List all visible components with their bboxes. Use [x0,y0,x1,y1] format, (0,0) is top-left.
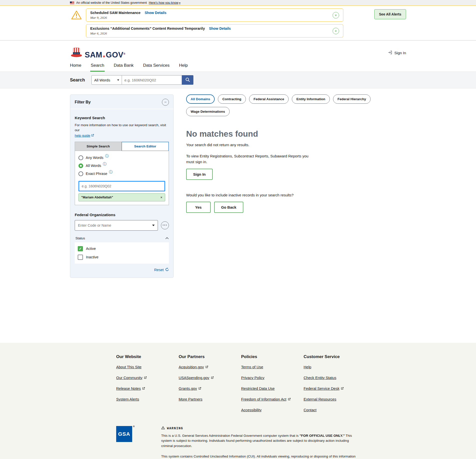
gsa-logo-text: GSA [118,431,130,437]
footer-link-contact[interactable]: Contact [304,408,317,412]
see-all-alerts-button[interactable]: See All Alerts [374,9,406,19]
footer-link-more-partners[interactable]: More Partners [179,397,202,401]
external-link-icon [341,386,344,391]
gov-banner-text: An official website of the United States… [76,1,147,4]
remove-chip-icon[interactable]: × [160,195,162,199]
federal-org-placeholder: Enter Code or Name [78,223,111,227]
pill-entity-information[interactable]: Entity Information [292,94,330,104]
info-icon[interactable]: ⓘ [105,154,109,158]
pill-federal-assistance[interactable]: Federal Assistance [249,94,289,104]
footer-link-our-community[interactable]: Our Community [116,376,147,380]
footer-link-federal-service-desk[interactable]: Federal Service Desk [304,386,344,391]
footer-link-foia[interactable]: Freedom of Information Act [241,397,291,401]
search-input[interactable] [122,75,182,85]
nav-item-search[interactable]: Search [91,63,104,68]
footer-link-columns: Our Website About This Site Our Communit… [116,354,406,419]
active-checkbox[interactable]: ✓ [78,246,83,251]
keyword-search-heading: Keyword Search [75,116,169,120]
footer-col-customer-service: Customer Service Help Check Entity Statu… [304,354,366,419]
search-mode-select[interactable]: All Words [91,75,122,85]
nav-item-data-bank[interactable]: Data Bank [114,63,133,68]
pill-federal-hierarchy[interactable]: Federal Hierarchy [333,94,371,104]
pill-contracting[interactable]: Contracting [218,94,246,104]
top-hat-icon [70,47,83,58]
nav-item-home[interactable]: Home [70,63,81,68]
tab-simple-search[interactable]: Simple Search [75,142,122,151]
nav-item-data-services[interactable]: Data Services [143,63,170,68]
logo-wordmark: SAM★GOV® [85,51,125,58]
search-label: Search [70,77,85,83]
all-words-radio[interactable] [78,163,83,168]
external-link-icon [288,397,291,401]
footer-link-terms-of-use[interactable]: Terms of Use [241,365,263,369]
us-flag-icon [70,1,74,4]
footer-link-label: System Alerts [116,397,139,401]
all-words-label: All Words [86,164,101,168]
sign-in-link[interactable]: Sign In [388,50,406,55]
pill-all-domains[interactable]: All Domains [186,94,215,104]
status-section-header[interactable]: Status [75,234,169,242]
any-words-radio[interactable] [78,155,83,160]
show-details-link[interactable]: Show Details [145,11,166,15]
more-options-button[interactable]: ··· [161,221,169,229]
how-you-know-link[interactable]: Here's how you know▾ [149,1,180,4]
footer-link-help[interactable]: Help [304,365,311,369]
show-details-link[interactable]: Show Details [209,26,231,30]
sam-gov-logo[interactable]: SAM★GOV® [70,47,125,58]
warning-paragraph-2: This system contains Controlled Unclassi… [161,454,357,459]
footer-link-check-entity-status[interactable]: Check Entity Status [304,376,336,380]
footer-link-label: About This Site [116,365,141,369]
help-guide-link[interactable]: help guide [75,133,94,138]
federal-org-select[interactable]: Enter Code or Name [75,220,158,231]
reset-filters-link[interactable]: Reset [154,268,169,272]
star-icon: ★ [102,54,105,58]
gsa-logo: GSA ® [116,426,132,442]
footer-link-acquisition-gov[interactable]: Acquisition.gov [179,365,208,369]
close-alert-button[interactable]: × [333,28,339,34]
footer-link-usaspending-gov[interactable]: USASpending.gov [179,376,214,380]
close-alert-button[interactable]: × [333,12,339,18]
search-button[interactable] [182,75,193,85]
footer-col-our-website: Our Website About This Site Our Communit… [116,354,179,419]
active-label: Active [86,247,96,251]
footer-link-external-resources[interactable]: External Resources [304,397,336,401]
footer-link-privacy-policy[interactable]: Privacy Policy [241,376,264,380]
go-back-button[interactable]: Go Back [214,202,243,213]
footer-link-restricted-data-use[interactable]: Restricted Data Use [241,386,275,391]
footer-link-label: Freedom of Information Act [241,397,286,401]
footer-link-system-alerts[interactable]: System Alerts [116,397,139,401]
footer-link-about-this-site[interactable]: About This Site [116,365,141,369]
nav-item-help[interactable]: Help [179,63,188,68]
footer-link-release-notes[interactable]: Release Notes [116,386,145,391]
close-icon: × [335,29,337,33]
alert-exclusions-content: Exclusions “Additional Comments” Content… [86,24,343,37]
pill-wage-determinations[interactable]: Wage Determinations [186,107,230,116]
no-matches-subtitle: Your search did not return any results. [186,143,406,147]
footer-link-grants-gov[interactable]: Grants.gov [179,386,201,391]
keyword-tab-content: Any Words ⓘ All Words ⓘ Exact Phrase ⓘ [75,151,169,205]
footer-link-label: Help [304,365,311,369]
inactive-records-question: Would you like to include inactive recor… [186,193,406,197]
footer-link-label: External Resources [304,397,336,401]
footer-link-label: Contact [304,408,317,412]
search-mode-value: All Words [94,78,110,82]
filter-panel: Filter By − Keyword Search For more info… [70,94,174,278]
info-icon[interactable]: ⓘ [103,162,106,166]
logo-sam: SAM [85,50,102,59]
warning-icon [161,426,165,431]
inactive-checkbox[interactable] [78,255,83,260]
gov-banner: An official website of the United States… [0,0,476,5]
collapse-filters-button[interactable]: − [162,99,169,106]
site-header: SAM★GOV® Sign In [0,40,476,62]
ellipsis-icon: ··· [163,224,167,226]
yes-button[interactable]: Yes [186,202,211,213]
exact-phrase-radio[interactable] [78,171,83,176]
search-bar: Search All Words [0,72,476,88]
sign-in-button[interactable]: Sign In [186,169,213,180]
footer-link-accessibility[interactable]: Accessibility [241,408,262,412]
inactive-label: Inactive [86,255,98,259]
keyword-input[interactable] [78,181,165,191]
tab-search-editor[interactable]: Search Editor [122,142,169,151]
reset-icon [165,268,169,272]
info-icon[interactable]: ⓘ [109,170,112,174]
